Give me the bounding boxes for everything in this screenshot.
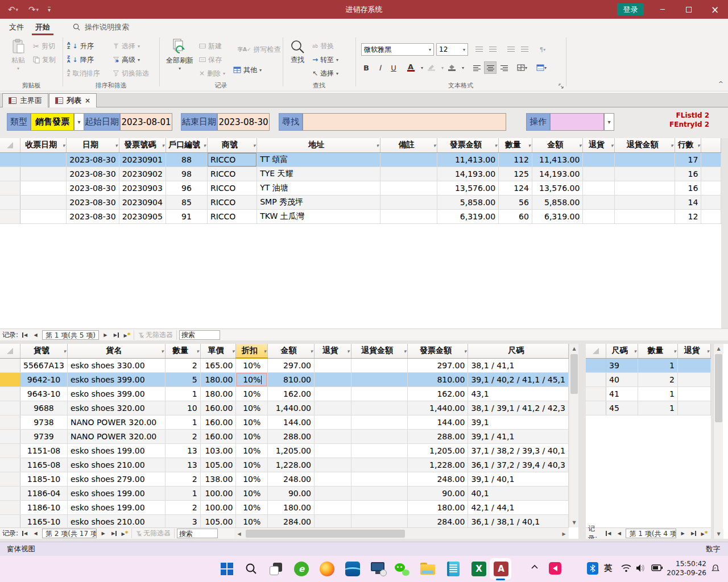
align-center-button[interactable] [484,61,497,74]
cell[interactable]: 10 [165,401,200,415]
cell[interactable]: 10% [236,415,268,429]
next-record-button[interactable]: ▶ [99,531,107,536]
type-combo-arrow[interactable]: ▾ [74,113,84,131]
cell[interactable] [315,386,351,401]
filter-dropdown-icon[interactable]: ▾ [404,348,407,354]
cell[interactable]: 38,1 / 41,1 [468,358,569,372]
column-header[interactable]: 數量▾ [499,138,532,152]
next-record-button[interactable]: ▶ [679,531,687,536]
cell[interactable]: 144.00 [408,415,468,429]
cell[interactable]: 9642-10 [20,372,68,386]
filter-dropdown-icon[interactable]: ▾ [495,143,498,148]
row-selector[interactable] [0,514,20,527]
cell[interactable] [315,458,351,472]
close-tab-icon[interactable]: × [85,97,90,105]
filter-dropdown-icon[interactable]: ▾ [706,348,709,354]
action-combo-arrow[interactable]: ▾ [604,113,614,131]
firefox-button[interactable] [318,560,336,577]
cell[interactable]: 60 [499,209,532,223]
last-record-button[interactable]: ▶ [689,531,698,536]
filter-dropdown-icon[interactable]: ▾ [196,348,199,354]
cell[interactable]: 160.00 [200,401,236,415]
cell[interactable] [351,486,408,500]
cell[interactable]: 10% [236,358,268,372]
taskbar-search-button[interactable] [243,560,260,577]
column-header[interactable]: 尺碼▾ [606,344,638,358]
column-header[interactable]: 單價▾ [200,344,236,358]
wechat-button[interactable] [394,560,411,577]
minimize-button[interactable]: ─ [650,0,676,19]
filter-dropdown-icon[interactable]: ▾ [203,143,206,148]
column-header[interactable]: 商號▾ [207,138,257,152]
cell[interactable] [315,415,351,429]
cell[interactable]: esko shoes 279.00 [67,472,165,486]
cell[interactable]: 88 [166,152,207,167]
items-vertical-scrollbar[interactable]: ▲ ▼ [569,344,578,527]
cell[interactable]: 13 [165,443,200,458]
row-selector[interactable] [0,209,20,223]
filter-dropdown-icon[interactable]: ▾ [673,348,676,354]
column-header[interactable]: 退貨▾ [315,344,351,358]
increase-indent-button[interactable] [504,43,517,56]
remove-sort-button[interactable]: AZ取消排序 [67,67,100,80]
sort-descending-button[interactable]: ZA↓降序 [67,53,94,66]
row-selector[interactable] [0,386,20,401]
cell[interactable]: 284.00 [268,514,315,527]
fill-color-button[interactable] [445,61,458,74]
cell[interactable]: 2 [638,372,677,386]
cell[interactable]: 91 [166,209,207,223]
cell[interactable]: esko shoes 199.00 [67,500,165,514]
cell[interactable]: 20230902 [119,167,166,181]
column-header[interactable]: 退貨▾ [583,138,615,152]
cell[interactable] [20,152,67,167]
taskbar-clock[interactable]: 15:50:422023-09-26 [667,559,706,577]
maximize-button[interactable] [676,0,702,19]
start-button[interactable] [218,560,235,577]
cell[interactable]: 11,413.00 [532,152,582,167]
filter-dropdown-icon[interactable]: ▾ [310,348,313,354]
cell[interactable] [615,181,675,195]
cell[interactable]: RICCO [207,152,257,167]
battery-indicator[interactable] [651,564,663,571]
row-selector[interactable] [0,401,20,415]
cell[interactable] [315,500,351,514]
cell[interactable]: 39,1 [468,415,569,429]
filter-dropdown-icon[interactable]: ▾ [671,143,673,148]
cell[interactable]: 1165-08 [20,458,68,472]
column-header[interactable]: 退貨金額▾ [615,138,675,152]
remote-desktop-button[interactable] [370,560,387,577]
new-record-button[interactable]: ▶* [123,331,131,339]
cell[interactable]: 248.00 [268,472,315,486]
cell[interactable]: 160.00 [200,429,236,443]
cell[interactable]: 180.00 [408,500,468,514]
cell[interactable]: esko shoes 210.00 [67,514,165,527]
filter-dropdown-icon[interactable]: ▾ [264,348,267,354]
row-selector[interactable] [0,181,20,195]
cell[interactable]: 138.00 [200,472,236,486]
cell[interactable]: 12 [675,209,701,223]
cell[interactable]: 98 [166,167,207,181]
task-view-button[interactable] [267,560,284,577]
cell[interactable]: 105.00 [200,514,236,527]
cell[interactable]: 288.00 [268,429,315,443]
cell[interactable]: 1,440.00 [408,401,468,415]
cell[interactable]: 1 [165,386,200,401]
cell[interactable]: 2023-08-30 [67,195,119,209]
filter-dropdown-icon[interactable]: ▾ [115,143,118,148]
more-button[interactable]: 其他▾ [233,64,262,76]
row-selector[interactable] [0,167,20,181]
cell[interactable]: 1185-10 [20,472,68,486]
next-record-button[interactable]: ▶ [101,332,110,338]
cut-button[interactable]: ✂剪切 [33,40,55,52]
cell[interactable] [20,195,67,209]
row-selector[interactable] [0,472,20,486]
wifi-indicator[interactable] [621,564,631,572]
cell[interactable] [315,429,351,443]
cell[interactable]: 55667A13 [20,358,68,372]
cell[interactable]: 103.00 [200,443,236,458]
cell[interactable]: 39,1 / 40,2 / 41,1 / 45,1 [468,372,569,386]
cell[interactable]: 90.00 [268,486,315,500]
cell[interactable]: 10% [236,500,268,514]
collapse-ribbon-button[interactable]: ^ [718,80,723,88]
select-all-corner[interactable] [586,344,606,358]
